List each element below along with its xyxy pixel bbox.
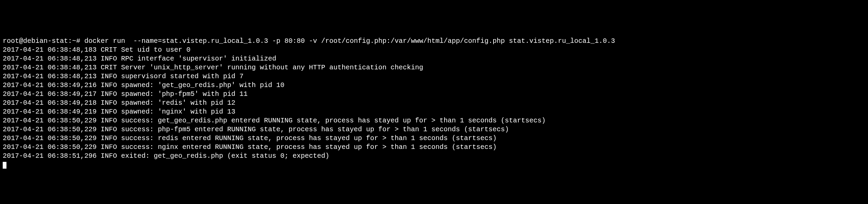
log-line: 2017-04-21 06:38:49,219 INFO spawned: 'n… bbox=[3, 107, 865, 116]
terminal-cursor bbox=[3, 162, 6, 169]
log-line: 2017-04-21 06:38:50,229 INFO success: re… bbox=[3, 134, 865, 143]
docker-command: docker run --name=stat.vistep.ru_local_1… bbox=[84, 37, 615, 45]
log-line: 2017-04-21 06:38:49,217 INFO spawned: 'p… bbox=[3, 90, 865, 99]
log-line: 2017-04-21 06:38:50,229 INFO success: ng… bbox=[3, 143, 865, 152]
terminal-window[interactable]: root@debian-stat:~# docker run --name=st… bbox=[3, 37, 865, 169]
log-line: 2017-04-21 06:38:48,183 CRIT Set uid to … bbox=[3, 46, 865, 54]
log-line: 2017-04-21 06:38:50,229 INFO success: ph… bbox=[3, 125, 865, 134]
log-line: 2017-04-21 06:38:51,296 INFO exited: get… bbox=[3, 152, 865, 160]
command-line: root@debian-stat:~# docker run --name=st… bbox=[3, 37, 865, 46]
log-line: 2017-04-21 06:38:48,213 CRIT Server 'uni… bbox=[3, 63, 865, 72]
log-line: 2017-04-21 06:38:49,216 INFO spawned: 'g… bbox=[3, 81, 865, 90]
log-line: 2017-04-21 06:38:48,213 INFO RPC interfa… bbox=[3, 54, 865, 63]
log-output: 2017-04-21 06:38:48,183 CRIT Set uid to … bbox=[3, 46, 865, 160]
log-line: 2017-04-21 06:38:50,229 INFO success: ge… bbox=[3, 116, 865, 125]
shell-prompt: root@debian-stat:~# bbox=[3, 37, 80, 45]
log-line: 2017-04-21 06:38:48,213 INFO supervisord… bbox=[3, 72, 865, 81]
log-line: 2017-04-21 06:38:49,218 INFO spawned: 'r… bbox=[3, 99, 865, 107]
